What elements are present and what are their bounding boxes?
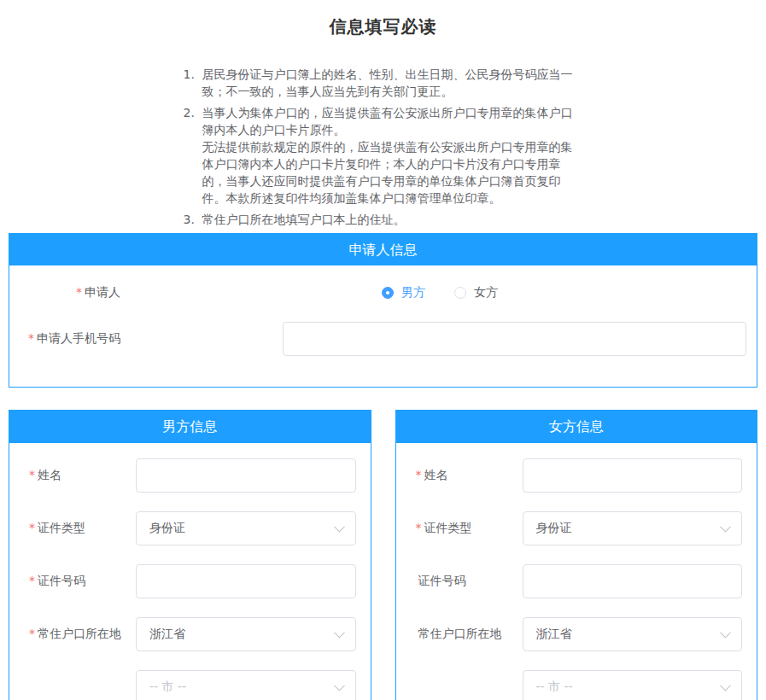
male-panel-header: 男方信息 [9, 411, 371, 443]
female-city-row: -- 市 -- [406, 670, 743, 700]
notice-item-2: 2. 当事人为集体户口的，应当提供盖有公安派出所户口专用章的集体户口簿内本人的户… [184, 104, 583, 207]
female-id-type-row: *证件类型 身份证 [406, 511, 743, 545]
applicant-row: *申请人 男方 女方 [9, 277, 746, 308]
notice-item-number: 1. [184, 66, 202, 100]
notice-item-number: 3. [184, 211, 202, 228]
female-city-select[interactable]: -- 市 -- [523, 670, 743, 700]
required-asterisk: * [29, 627, 35, 640]
female-name-row: *姓名 [406, 458, 743, 493]
required-asterisk: * [416, 468, 422, 481]
notice-item-text: 常住户口所在地填写户口本上的住址。 [202, 211, 583, 228]
male-name-row: *姓名 [20, 458, 356, 493]
required-asterisk: * [29, 468, 35, 481]
male-name-input[interactable] [136, 458, 356, 493]
radio-male[interactable]: 男方 [382, 285, 425, 300]
applicant-panel-header: 申请人信息 [9, 234, 757, 265]
radio-circle-icon [382, 287, 394, 299]
female-name-input[interactable] [523, 458, 743, 493]
notice-item-1: 1. 居民身份证与户口簿上的姓名、性别、出生日期、公民身份号码应当一致；不一致的… [184, 66, 583, 100]
female-id-number-row: 证件号码 [406, 564, 743, 598]
required-asterisk: * [416, 521, 422, 534]
female-id-number-input[interactable] [523, 564, 743, 598]
required-asterisk: * [29, 574, 35, 587]
female-residence-row: 常住户口所在地 浙江省 [406, 617, 743, 651]
radio-male-label: 男方 [401, 285, 425, 300]
male-id-number-label: *证件号码 [20, 574, 136, 589]
notice-item-text: 当事人为集体户口的，应当提供盖有公安派出所户口专用章的集体户口簿内本人的户口卡片… [202, 104, 583, 138]
male-city-row: -- 市 -- [20, 670, 356, 700]
male-id-type-select[interactable]: 身份证 [136, 511, 356, 545]
male-id-number-row: *证件号码 [20, 564, 356, 598]
female-residence-label: 常住户口所在地 [406, 627, 523, 642]
radio-female-label: 女方 [474, 285, 498, 300]
required-asterisk: * [76, 285, 82, 299]
female-province-select[interactable]: 浙江省 [523, 617, 743, 651]
male-id-type-label: *证件类型 [20, 521, 136, 536]
female-info-panel: 女方信息 *姓名 *证件类型 身份证 [395, 410, 758, 700]
phone-label: *申请人手机号码 [9, 331, 120, 347]
applicant-info-panel: 申请人信息 *申请人 男方 女方 *申 [9, 233, 757, 388]
female-id-type-select[interactable]: 身份证 [523, 511, 743, 545]
page-title: 信息填写必读 [0, 0, 766, 38]
applicant-radio-group: 男方 女方 [382, 285, 746, 300]
required-asterisk: * [29, 521, 35, 534]
female-name-label: *姓名 [406, 468, 523, 483]
female-id-number-label: 证件号码 [406, 574, 523, 589]
party-panels: 男方信息 *姓名 *证件类型 身份证 [9, 410, 757, 700]
notice-list: 1. 居民身份证与户口簿上的姓名、性别、出生日期、公民身份号码应当一致；不一致的… [184, 66, 583, 228]
male-residence-label: *常住户口所在地 [20, 627, 136, 642]
radio-female[interactable]: 女方 [454, 285, 498, 300]
notice-item-text: 居民身份证与户口簿上的姓名、性别、出生日期、公民身份号码应当一致；不一致的，当事… [202, 66, 583, 100]
male-city-select[interactable]: -- 市 -- [136, 670, 356, 700]
female-panel-header: 女方信息 [396, 411, 757, 443]
phone-input[interactable] [283, 322, 746, 356]
radio-circle-icon [454, 287, 466, 299]
male-info-panel: 男方信息 *姓名 *证件类型 身份证 [9, 410, 371, 700]
applicant-label: *申请人 [9, 285, 120, 300]
notice-item-text: 无法提供前款规定的原件的，应当提供盖有公安派出所户口专用章的集体户口簿内本人的户… [202, 138, 583, 207]
notice-item-3: 3. 常住户口所在地填写户口本上的住址。 [184, 211, 583, 228]
male-id-type-row: *证件类型 身份证 [20, 511, 356, 545]
male-residence-row: *常住户口所在地 浙江省 [20, 617, 356, 651]
female-id-type-label: *证件类型 [406, 521, 523, 536]
phone-row: *申请人手机号码 [9, 322, 746, 356]
notice-item-number: 2. [184, 104, 202, 207]
male-province-select[interactable]: 浙江省 [136, 617, 356, 651]
male-name-label: *姓名 [20, 468, 136, 483]
required-asterisk: * [28, 331, 34, 345]
male-id-number-input[interactable] [136, 564, 356, 598]
